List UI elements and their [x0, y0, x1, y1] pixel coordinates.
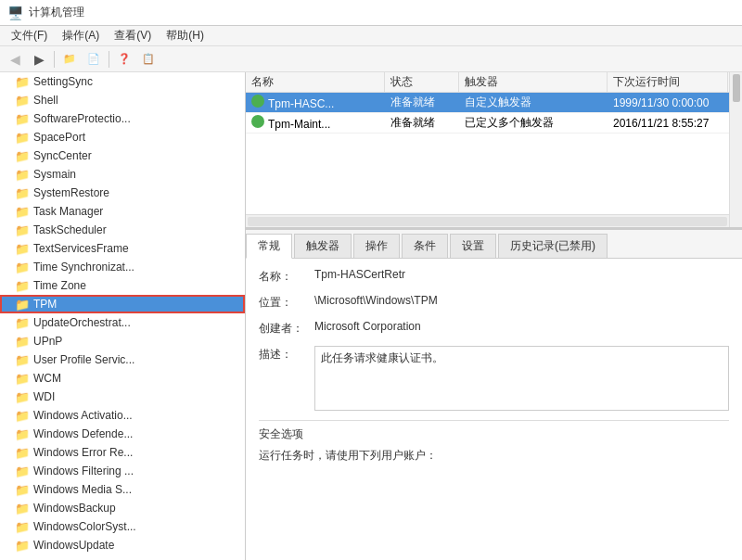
folder-icon: 📁: [15, 353, 30, 367]
table-cell: 准备就绪: [385, 95, 459, 110]
table-header-cell[interactable]: 名称: [246, 72, 385, 92]
security-section: 安全选项 运行任务时，请使用下列用户账户：: [259, 420, 729, 464]
detail-tab[interactable]: 常规: [246, 234, 292, 259]
tree-item[interactable]: 📁TPM: [0, 295, 245, 313]
tree-item[interactable]: 📁TextServicesFrame: [0, 239, 245, 258]
menu-view[interactable]: 查看(V): [107, 26, 159, 45]
tree-item-label: SystemRestore: [33, 186, 109, 199]
tree-item-label: UpdateOrchestrat...: [33, 316, 131, 329]
vertical-scrollbar-table[interactable]: [729, 72, 742, 227]
status-dot-icon: [251, 95, 264, 108]
tree-item[interactable]: 📁Time Synchronizat...: [0, 258, 245, 276]
location-value: \Microsoft\Windows\TPM: [314, 294, 729, 307]
tree-item[interactable]: 📁Sysmain: [0, 165, 245, 184]
desc-value: 此任务请求健康认证书。: [314, 346, 729, 411]
folder-icon: 📁: [15, 502, 30, 515]
tree-item[interactable]: 📁WindowsBackup: [0, 499, 245, 517]
tree-item[interactable]: 📁SystemRestore: [0, 184, 245, 202]
tree-item[interactable]: 📁WindowsColorSyst...: [0, 517, 245, 536]
folder-icon: 📁: [15, 149, 30, 163]
folder-icon: 📁: [15, 446, 30, 460]
forward-button[interactable]: ▶: [28, 49, 50, 70]
tree-item[interactable]: 📁Windows Error Re...: [0, 443, 245, 462]
main-layout: 📁SettingSync📁Shell📁SoftwareProtectio...📁…: [0, 72, 742, 560]
table-header-cell[interactable]: 触发器: [459, 72, 608, 92]
tree-item[interactable]: 📁TaskScheduler: [0, 221, 245, 239]
show-hide-button[interactable]: 📁: [58, 49, 81, 70]
table-row[interactable]: Tpm-Maint...准备就绪已定义多个触发器2016/11/21 8:55:…: [246, 113, 742, 134]
folder-icon: 📁: [15, 483, 30, 497]
folder-icon: 📁: [15, 112, 30, 126]
detail-panel: 常规触发器操作条件设置历史记录(已禁用) 名称： Tpm-HASCertRetr…: [246, 230, 742, 560]
folder-icon: 📁: [15, 372, 30, 386]
table-header-cell[interactable]: 下次运行时间: [608, 72, 728, 92]
detail-location-row: 位置： \Microsoft\Windows\TPM: [259, 294, 729, 311]
tree-item[interactable]: 📁UPnP: [0, 332, 245, 350]
detail-tab[interactable]: 操作: [353, 234, 400, 258]
tree-item[interactable]: 📁Time Zone: [0, 276, 245, 295]
tree-item[interactable]: 📁SpacePort: [0, 128, 245, 146]
tree-item-label: Time Zone: [33, 279, 86, 292]
app-icon: 🖥️: [7, 6, 23, 20]
tree-item[interactable]: 📁Shell: [0, 91, 245, 109]
detail-desc-row: 描述： 此任务请求健康认证书。: [259, 346, 729, 411]
tree-item[interactable]: 📁User Profile Servic...: [0, 350, 245, 369]
tree-item[interactable]: 📁SyncCenter: [0, 146, 245, 165]
menu-action[interactable]: 操作(A): [55, 26, 107, 45]
table-header-cell[interactable]: 状态: [385, 72, 459, 92]
detail-author-row: 创建者： Microsoft Corporation: [259, 320, 729, 337]
menu-help[interactable]: 帮助(H): [159, 26, 211, 45]
properties-button[interactable]: 📋: [137, 49, 160, 70]
tabs-bar: 常规触发器操作条件设置历史记录(已禁用): [246, 230, 742, 259]
left-panel: 📁SettingSync📁Shell📁SoftwareProtectio...📁…: [0, 72, 246, 560]
tree-item[interactable]: 📁Windows Media S...: [0, 480, 245, 499]
app-title: 计算机管理: [29, 5, 84, 20]
table-body: Tpm-HASC...准备就绪自定义触发器1999/11/30 0:00:00任…: [246, 93, 742, 134]
tree-item-label: Task Manager: [33, 205, 103, 218]
detail-tab[interactable]: 历史记录(已禁用): [498, 234, 608, 258]
detail-tab[interactable]: 触发器: [294, 234, 352, 258]
table-row[interactable]: Tpm-HASC...准备就绪自定义触发器1999/11/30 0:00:00任…: [246, 93, 742, 113]
tree-item[interactable]: 📁Windows Activatio...: [0, 406, 245, 425]
detail-tab[interactable]: 条件: [402, 234, 448, 258]
tree-item[interactable]: 📁UpdateOrchestrat...: [0, 313, 245, 332]
tree-item-label: User Profile Servic...: [33, 353, 134, 366]
detail-name-row: 名称： Tpm-HASCertRetr: [259, 268, 729, 285]
folder-icon: 📁: [15, 335, 30, 349]
tree-item[interactable]: 📁WCM: [0, 369, 245, 388]
table-cell: 准备就绪: [385, 115, 459, 131]
folder-icon: 📁: [15, 131, 30, 145]
detail-content: 名称： Tpm-HASCertRetr 位置： \Microsoft\Windo…: [246, 259, 742, 560]
table-cell: 自定义触发器: [459, 95, 608, 110]
tree-item[interactable]: 📁Windows Defende...: [0, 425, 245, 443]
table-header: 名称状态触发器下次运行时间上次运行时间上次...: [246, 72, 742, 93]
detail-tab[interactable]: 设置: [450, 234, 496, 258]
title-bar: 🖥️ 计算机管理: [0, 0, 742, 26]
task-table: 名称状态触发器下次运行时间上次运行时间上次... Tpm-HASC...准备就绪…: [246, 72, 742, 230]
tree-item-label: TPM: [33, 298, 57, 311]
tree-item[interactable]: 📁Windows Filtering ...: [0, 462, 245, 480]
menu-file[interactable]: 文件(F): [4, 26, 55, 45]
toolbar-separator: [54, 51, 55, 68]
tree-item-label: SoftwareProtectio...: [33, 112, 131, 125]
right-panel: 名称状态触发器下次运行时间上次运行时间上次... Tpm-HASC...准备就绪…: [246, 72, 742, 560]
folder-icon: 📁: [15, 539, 30, 553]
tree-item-label: Windows Filtering ...: [33, 465, 134, 477]
table-cell: Tpm-Maint...: [246, 115, 385, 131]
toolbar: ◀ ▶ 📁 📄 ❓ 📋: [0, 46, 742, 72]
folder-icon: 📁: [15, 390, 30, 404]
tree-item[interactable]: 📁SoftwareProtectio...: [0, 109, 245, 128]
view-button[interactable]: 📄: [83, 49, 105, 70]
tree-item[interactable]: 📁Task Manager: [0, 202, 245, 221]
tree-item-label: Windows Defende...: [33, 427, 133, 440]
folder-icon: 📁: [15, 186, 30, 200]
table-cell: 2016/11/21 8:55:27: [608, 117, 728, 130]
horizontal-scrollbar[interactable]: [246, 214, 729, 227]
back-button[interactable]: ◀: [4, 49, 26, 70]
tree-item[interactable]: 📁WindowsUpdate: [0, 536, 245, 554]
help-button[interactable]: ❓: [113, 49, 135, 70]
tree-item-label: Windows Error Re...: [33, 446, 133, 459]
tree-item[interactable]: 📁WDI: [0, 388, 245, 406]
folder-icon: 📁: [15, 75, 30, 89]
tree-item[interactable]: 📁SettingSync: [0, 72, 245, 91]
